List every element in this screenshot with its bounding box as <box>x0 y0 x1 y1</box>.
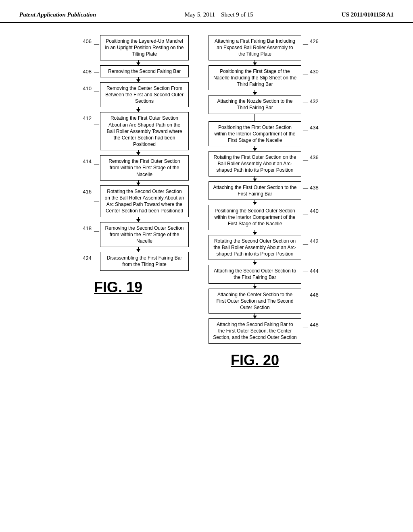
label-416: 416 <box>75 189 92 195</box>
arrow-418-424 <box>138 247 139 252</box>
step-box-410: Removing the Center Section From Between… <box>100 82 189 108</box>
label-432: 432 <box>310 98 324 104</box>
arrow-406-408 <box>138 60 139 65</box>
label-426: 426 <box>310 38 324 44</box>
flow-item-444: Attaching the Second Outer Section to th… <box>209 265 324 283</box>
main-content: 406 — Positioning the Layered-Up Mandrel… <box>0 31 413 373</box>
step-box-414: Removing the First Outer Section from wi… <box>100 155 189 181</box>
label-430: 430 <box>310 69 324 75</box>
left-flowchart: 406 — Positioning the Layered-Up Mandrel… <box>75 35 192 369</box>
label-412: 412 <box>75 115 92 121</box>
step-box-444: Attaching the Second Outer Section to th… <box>209 265 301 283</box>
flow-item-412: 412 — Rotating the First Outer Section A… <box>75 112 189 150</box>
flow-item-406: 406 — Positioning the Layered-Up Mandrel… <box>75 35 189 60</box>
step-box-426: Attaching a First Fairing Bar Including … <box>209 35 301 60</box>
page-header: Patent Application Publication May 5, 20… <box>0 0 413 23</box>
connector-408-410 <box>94 77 183 82</box>
flow-item-416: 416 — Rotating the Second Outer Section … <box>75 185 189 217</box>
connector-412-414 <box>94 150 183 155</box>
label-418: 418 <box>75 225 92 231</box>
step-box-440: Positioning the Second Outer Section wit… <box>209 205 301 230</box>
arrow-412-414 <box>138 150 139 155</box>
connector-436-438 <box>209 177 301 181</box>
flow-item-446: Attaching the Center Section to the Firs… <box>209 289 324 314</box>
step-box-406: Positioning the Layered-Up Mandrel in an… <box>100 35 189 60</box>
flow-item-426: Attaching a First Fairing Bar Including … <box>209 35 324 60</box>
connector-430-432 <box>209 90 301 95</box>
label-406: 406 <box>75 38 92 44</box>
label-410: 410 <box>75 85 92 91</box>
step-box-434: Positioning the First Outer Section with… <box>209 121 301 147</box>
connector-406-408 <box>94 60 183 65</box>
right-flowchart: Attaching a First Fairing Bar Including … <box>209 35 338 369</box>
fig20-label: FIG. 20 <box>209 352 301 369</box>
step-box-448: Attaching the Second Fairing Bar to the … <box>209 318 301 344</box>
label-448: 448 <box>310 322 324 328</box>
flow-item-414: 414 — Removing the First Outer Section f… <box>75 155 189 181</box>
arrow-446-448 <box>254 314 255 318</box>
arrow-430-432 <box>254 90 255 95</box>
step-box-430: Positioning the First Stage of the Nacel… <box>209 65 301 91</box>
patent-number: US 2011/0101158 A1 <box>342 11 394 18</box>
arrow-408-410 <box>138 77 139 82</box>
connector-416-418 <box>94 217 183 222</box>
header-center: May 5, 2011 Sheet 9 of 15 <box>184 11 253 18</box>
arrow-440-442 <box>254 230 255 235</box>
connector-434-436 <box>209 146 301 151</box>
label-440: 440 <box>310 208 324 214</box>
flow-item-442: Rotating the Second Outer Section on the… <box>209 235 324 260</box>
arrow-410-412 <box>138 107 139 112</box>
step-box-446: Attaching the Center Section to the Firs… <box>209 289 301 314</box>
step-box-412: Rotating the First Outer Section About a… <box>100 112 189 150</box>
flow-item-424: 424 — Disassembling the First Fairing Ba… <box>75 252 189 270</box>
arrow-436-438 <box>254 177 255 181</box>
label-424: 424 <box>75 255 92 261</box>
arrow-438-440 <box>254 200 255 205</box>
sheet-label: Sheet 9 of 15 <box>221 11 253 18</box>
connector-410-412 <box>94 107 183 112</box>
arrow-442-444 <box>254 260 255 265</box>
step-box-416: Rotating the Second Outer Section on the… <box>100 185 189 217</box>
label-414: 414 <box>75 158 92 164</box>
arrow-444-446 <box>254 284 255 289</box>
connector-440-442 <box>209 230 301 235</box>
arrow-432-434 <box>254 114 255 121</box>
step-box-418: Removing the Second Outer Section from w… <box>100 222 189 247</box>
flow-item-440: Positioning the Second Outer Section wit… <box>209 205 324 230</box>
fig19-label: FIG. 19 <box>94 279 142 296</box>
step-box-442: Rotating the Second Outer Section on the… <box>209 235 301 260</box>
flow-item-408: 408 — Removing the Second Fairing Bar <box>75 65 189 77</box>
label-446: 446 <box>310 292 324 298</box>
arrow-416-418 <box>138 217 139 222</box>
arrow-426-430 <box>254 60 255 65</box>
label-444: 444 <box>310 268 324 274</box>
flow-item-448: Attaching the Second Fairing Bar to the … <box>209 318 324 344</box>
flow-item-430: Positioning the First Stage of the Nacel… <box>209 65 324 91</box>
flow-item-434: Positioning the First Outer Section with… <box>209 121 324 147</box>
flow-item-432: Attaching the Nozzle Section to the Thir… <box>209 95 324 114</box>
connector-414-416 <box>94 181 183 185</box>
arrow-434-436 <box>254 146 255 151</box>
flow-item-410: 410 — Removing the Center Section From B… <box>75 82 189 108</box>
label-434: 434 <box>310 125 324 131</box>
step-box-424: Disassembling the First Fairing Bar from… <box>100 252 189 270</box>
step-box-438: Attaching the First Outer Section to the… <box>209 181 301 200</box>
flow-item-436: Rotating the First Outer Section on the … <box>209 151 324 177</box>
step-box-436: Rotating the First Outer Section on the … <box>209 151 301 177</box>
connector-426-430 <box>209 60 301 65</box>
label-442: 442 <box>310 238 324 244</box>
connector-446-448 <box>209 314 301 318</box>
label-438: 438 <box>310 185 324 191</box>
connector-418-424 <box>94 247 183 252</box>
connector-432-434 <box>209 114 301 121</box>
label-436: 436 <box>310 154 324 160</box>
arrow-414-416 <box>138 181 139 185</box>
step-box-408: Removing the Second Fairing Bar <box>100 65 189 77</box>
flow-item-418: 418 — Removing the Second Outer Section … <box>75 222 189 247</box>
connector-444-446 <box>209 284 301 289</box>
publication-label: Patent Application Publication <box>19 11 96 18</box>
label-408: 408 <box>75 69 92 75</box>
step-box-432: Attaching the Nozzle Section to the Thir… <box>209 95 301 114</box>
flow-item-438: Attaching the First Outer Section to the… <box>209 181 324 200</box>
date-label: May 5, 2011 <box>184 11 215 18</box>
